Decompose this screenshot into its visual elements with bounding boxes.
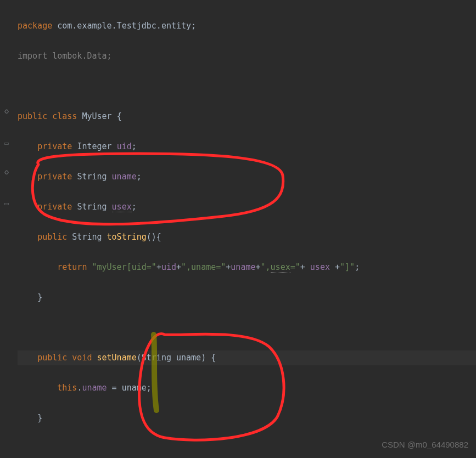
signature: (String uname) { xyxy=(137,353,216,363)
class-name: MyUser xyxy=(82,111,111,121)
code-editor[interactable]: ⭘ ▭ ⭘ ▭ package com.example.Testjdbc.ent… xyxy=(0,0,476,458)
import-name: lombok.Data xyxy=(52,51,107,61)
brace: } xyxy=(37,292,42,302)
semicolon: ; xyxy=(137,172,142,182)
fold-icon[interactable]: ▭ xyxy=(2,139,11,148)
semicolon: ; xyxy=(132,142,137,151)
override-icon[interactable]: ⭘ xyxy=(2,168,11,177)
keyword: return xyxy=(57,262,87,272)
string: =" xyxy=(290,262,300,272)
string: "]" xyxy=(340,262,355,272)
semicolon: ; xyxy=(191,21,196,31)
package-name: com.example.Testjdbc.entity xyxy=(57,21,191,31)
field-ref: usex xyxy=(310,262,330,272)
method-name: toString xyxy=(107,232,147,242)
string: ", xyxy=(261,262,271,272)
type: String xyxy=(77,202,107,212)
semicolon: ; xyxy=(132,202,137,212)
op: + xyxy=(256,262,261,272)
semicolon: ; xyxy=(107,51,112,61)
op: + xyxy=(176,262,181,272)
field-ref: uname xyxy=(82,383,107,393)
keyword: private xyxy=(37,172,72,182)
op: + xyxy=(300,262,305,272)
editor-gutter: ⭘ ▭ ⭘ ▭ xyxy=(0,0,14,458)
code-area[interactable]: package com.example.Testjdbc.entity; imp… xyxy=(14,0,476,458)
string: ",uname=" xyxy=(181,262,226,272)
keyword: public xyxy=(37,232,67,242)
type: Integer xyxy=(77,142,111,151)
type: String xyxy=(77,172,107,182)
keyword: import xyxy=(18,51,47,61)
op: + xyxy=(156,262,161,272)
string: usex xyxy=(271,262,290,273)
semicolon: ; xyxy=(355,262,360,272)
op: + xyxy=(335,262,340,272)
paren: (){ xyxy=(147,232,161,242)
override-icon[interactable]: ⭘ xyxy=(2,108,11,116)
keyword: private xyxy=(37,142,72,151)
field-ref: uid xyxy=(161,262,176,272)
brace: { xyxy=(117,111,122,121)
type: String xyxy=(72,232,102,242)
string: "myUser[uid=" xyxy=(92,262,156,272)
keyword: private xyxy=(37,202,72,212)
keyword: public xyxy=(18,111,47,121)
field: uid xyxy=(117,142,132,151)
op: + xyxy=(226,262,231,272)
fold-icon[interactable]: ▭ xyxy=(2,199,11,208)
field-ref: uname xyxy=(231,262,255,272)
keyword: class xyxy=(52,111,77,121)
field: usex xyxy=(112,202,132,212)
method-name: setUname xyxy=(97,353,137,363)
field: uname xyxy=(112,172,137,182)
text: = uname xyxy=(107,383,147,393)
keyword: this xyxy=(57,383,77,393)
keyword: package xyxy=(18,21,52,31)
keyword: void xyxy=(72,353,92,363)
keyword: public xyxy=(37,353,67,363)
semicolon: ; xyxy=(147,383,152,393)
brace: } xyxy=(37,413,42,423)
